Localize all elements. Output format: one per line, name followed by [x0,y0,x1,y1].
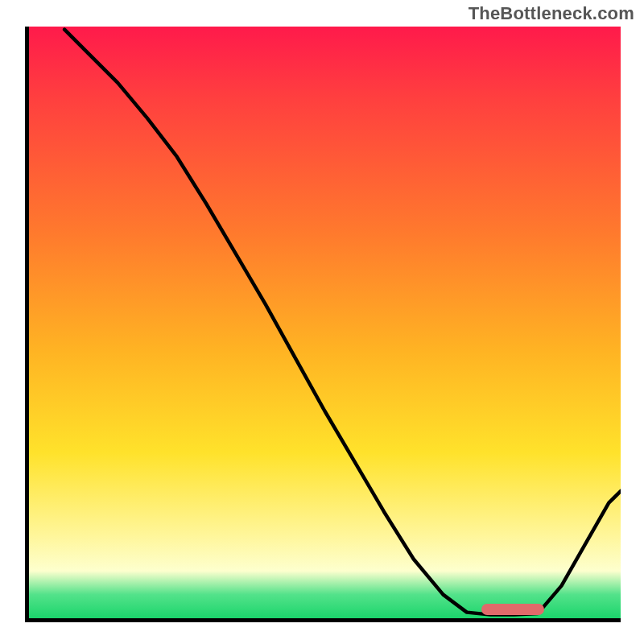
attribution-text: TheBottleneck.com [469,3,634,24]
plot-area [25,27,621,622]
bottleneck-curve [64,30,621,615]
optimum-marker [481,604,544,615]
chart-frame: TheBottleneck.com [0,0,644,644]
curve-layer [29,27,621,618]
